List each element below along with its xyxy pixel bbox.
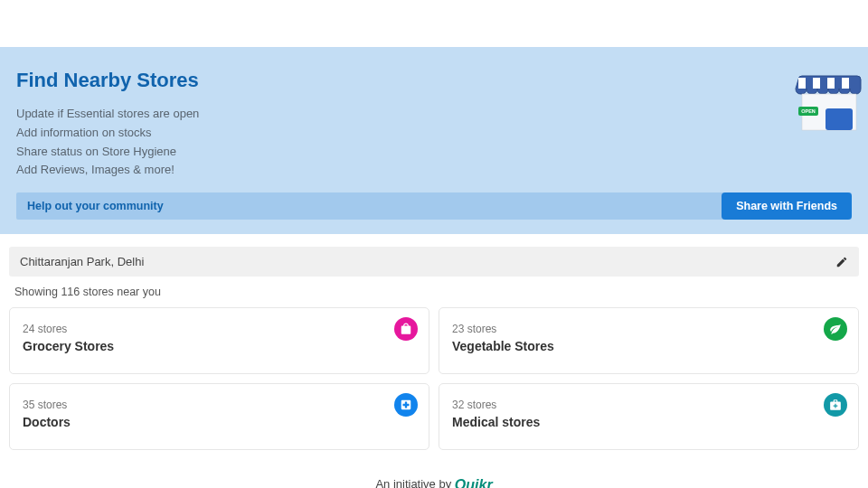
brand-logo: Quikr (455, 477, 493, 488)
categories-grid: 24 stores Grocery Stores 23 stores Veget… (0, 307, 868, 450)
hero-title: Find Nearby Stores (16, 69, 852, 92)
svg-rect-0 (798, 78, 806, 89)
medical-bag-icon (824, 393, 847, 417)
results-summary: Showing 116 stores near you (14, 286, 868, 298)
category-count: 24 stores (23, 323, 416, 335)
category-card-grocery[interactable]: 24 stores Grocery Stores (9, 307, 429, 374)
category-card-vegetable[interactable]: 23 stores Vegetable Stores (439, 307, 859, 374)
svg-rect-1 (813, 78, 820, 89)
help-bar: Help out your community Share with Frien… (16, 192, 852, 220)
category-name: Vegetable Stores (452, 339, 845, 353)
category-count: 35 stores (23, 399, 416, 411)
share-with-friends-button[interactable]: Share with Friends (722, 192, 852, 220)
location-value: Chittaranjan Park, Delhi (20, 255, 144, 268)
location-bar[interactable]: Chittaranjan Park, Delhi (9, 247, 859, 277)
svg-rect-7 (826, 108, 853, 130)
category-count: 23 stores (452, 323, 845, 335)
svg-text:OPEN: OPEN (801, 108, 816, 114)
help-community-text: Help out your community (27, 200, 164, 212)
leaf-icon (824, 317, 847, 341)
edit-icon[interactable] (835, 256, 848, 268)
svg-rect-3 (842, 78, 849, 89)
shopping-bag-icon (394, 317, 418, 341)
category-name: Medical stores (452, 415, 845, 429)
svg-rect-2 (827, 78, 835, 89)
hero-feature-line: Update if Essential stores are open (16, 105, 852, 124)
store-illustration: OPEN (791, 72, 868, 149)
hero-feature-line: Add Reviews, Images & more! (16, 161, 852, 180)
category-card-doctors[interactable]: 35 stores Doctors (9, 383, 429, 450)
footer: An initiative by Quikr (0, 477, 868, 488)
category-name: Grocery Stores (23, 339, 416, 353)
hero-banner: Find Nearby Stores Update if Essential s… (0, 47, 868, 234)
footer-prefix: An initiative by (375, 478, 451, 488)
hero-feature-line: Add information on stocks (16, 124, 852, 143)
category-card-medical[interactable]: 32 stores Medical stores (439, 383, 859, 450)
category-count: 32 stores (452, 399, 845, 411)
category-name: Doctors (23, 415, 416, 429)
medical-cross-icon (394, 393, 418, 417)
hero-feature-line: Share status on Store Hygiene (16, 143, 852, 162)
